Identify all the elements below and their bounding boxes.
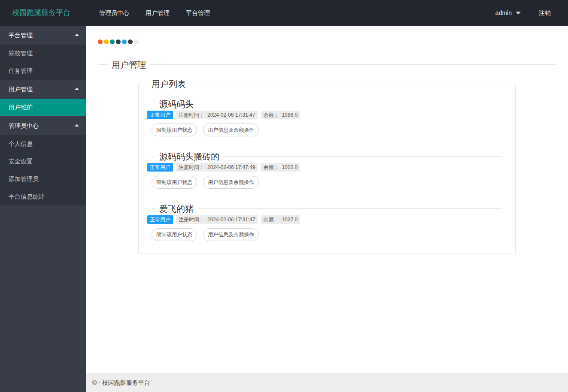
user-status-badge: 正常用户 <box>147 111 173 119</box>
user-info-balance-button[interactable]: 用户信息及余额操作 <box>203 176 259 189</box>
balance-value: 1086.0 <box>282 112 298 118</box>
restrict-user-button[interactable]: 限制该用户状态 <box>152 124 197 136</box>
page-title: 用户管理 <box>107 59 150 71</box>
user-balance-badge: 余额：1002.0 <box>261 163 300 172</box>
caret-down-icon <box>516 12 521 15</box>
user-action-row: 限制该用户状态 用户信息及余额操作 <box>152 124 502 136</box>
user-card: 源码码头搬砖的 正常用户 注册时间：2024-02-06 17:47:49 余额… <box>152 156 502 189</box>
palette-dot <box>104 39 109 44</box>
page-title-field: 用户管理 <box>99 64 555 65</box>
user-regtime-badge: 注册时间：2024-02-06 17:31:47 <box>176 215 258 224</box>
sidebar-section: 平台管理 院校管理任务管理 <box>0 26 86 80</box>
user-regtime-badge: 注册时间：2024-02-06 17:31:47 <box>176 111 258 119</box>
user-badge-row: 正常用户 注册时间：2024-02-06 17:31:47 余额：1037.0 <box>147 215 502 224</box>
palette-dot <box>116 39 121 44</box>
nav-item-admin-center[interactable]: 管理员中心 <box>91 0 137 26</box>
sidebar-item-security-settings[interactable]: 安全设置 <box>0 153 86 170</box>
user-info-balance-button[interactable]: 用户信息及余额操作 <box>203 124 259 136</box>
content-column: 用户管理 用户列表 源码码头 正常用户 注册时间：2024-02-06 17:3… <box>86 26 568 392</box>
sidebar-item-user-maintenance[interactable]: 用户维护 <box>0 99 86 116</box>
sidebar-section: 用户管理 用户维护 <box>0 80 86 116</box>
user-card-list: 源码码头 正常用户 注册时间：2024-02-06 17:31:47 余额：10… <box>147 104 507 241</box>
sidebar-item-school-mgmt[interactable]: 院校管理 <box>0 45 86 62</box>
restrict-user-button[interactable]: 限制该用户状态 <box>152 228 197 241</box>
top-nav-menu: 管理员中心用户管理平台管理 <box>91 0 218 26</box>
sidebar-header-label: 管理员中心 <box>9 122 39 129</box>
logout-link[interactable]: 注销 <box>533 0 557 26</box>
palette-dot <box>122 39 127 44</box>
palette-dot <box>110 39 115 44</box>
copyright-text: © - 校园跑腿服务平台 <box>92 379 150 386</box>
admin-user-dropdown[interactable]: admin <box>487 0 529 26</box>
regtime-label: 注册时间： <box>179 217 204 223</box>
regtime-value: 2024-02-06 17:31:47 <box>207 217 255 223</box>
main-content: 用户管理 用户列表 源码码头 正常用户 注册时间：2024-02-06 17:3… <box>86 26 568 373</box>
balance-label: 余额： <box>263 164 279 170</box>
regtime-label: 注册时间： <box>179 164 204 170</box>
sidebar-subgroup: 院校管理任务管理 <box>0 45 86 80</box>
user-card: 爱飞的猪 正常用户 注册时间：2024-02-06 17:31:47 余额：10… <box>152 208 502 241</box>
user-badge-row: 正常用户 注册时间：2024-02-06 17:47:49 余额：1002.0 <box>147 163 502 172</box>
sidebar-item-add-admin[interactable]: 添加管理员 <box>0 170 86 188</box>
sidebar-header-platform-mgmt[interactable]: 平台管理 <box>0 26 86 45</box>
palette-dot <box>98 39 103 44</box>
user-balance-badge: 余额：1037.0 <box>261 215 300 224</box>
user-status-badge: 正常用户 <box>147 215 173 224</box>
sidebar-subgroup: 用户维护 <box>0 99 86 116</box>
balance-value: 1037.0 <box>282 217 298 223</box>
user-name: 源码码头 <box>155 98 198 110</box>
balance-label: 余额： <box>263 112 279 118</box>
sidebar-header-user-mgmt[interactable]: 用户管理 <box>0 80 86 99</box>
sidebar-item-task-mgmt[interactable]: 任务管理 <box>0 62 86 80</box>
palette-dot <box>134 39 139 44</box>
nav-item-platform-mgmt[interactable]: 平台管理 <box>178 0 218 26</box>
brand-logo[interactable]: 校园跑腿服务平台 <box>0 0 86 26</box>
main-row: 平台管理 院校管理任务管理 用户管理 用户维护 管理员中心 个人信息安全设置添加… <box>0 26 568 392</box>
user-list-panel: 用户列表 源码码头 正常用户 注册时间：2024-02-06 17:31:47 … <box>138 84 516 253</box>
balance-label: 余额： <box>263 217 279 223</box>
caret-up-icon <box>75 33 79 36</box>
user-action-row: 限制该用户状态 用户信息及余额操作 <box>152 228 502 241</box>
regtime-value: 2024-02-06 17:47:49 <box>207 164 255 170</box>
caret-up-icon <box>75 124 79 127</box>
sidebar-item-personal-info[interactable]: 个人信息 <box>0 135 86 153</box>
user-status-badge: 正常用户 <box>147 163 173 172</box>
sidebar: 平台管理 院校管理任务管理 用户管理 用户维护 管理员中心 个人信息安全设置添加… <box>0 26 86 392</box>
sidebar-header-label: 平台管理 <box>9 32 33 39</box>
admin-username: admin <box>495 9 512 16</box>
user-name: 爱飞的猪 <box>155 203 198 215</box>
balance-value: 1002.0 <box>282 164 298 170</box>
sidebar-item-platform-stats[interactable]: 平台信息统计 <box>0 188 86 205</box>
user-name: 源码码头搬砖的 <box>155 151 224 163</box>
restrict-user-button[interactable]: 限制该用户状态 <box>152 176 197 189</box>
caret-up-icon <box>75 87 79 90</box>
user-card: 源码码头 正常用户 注册时间：2024-02-06 17:31:47 余额：10… <box>152 104 502 136</box>
sidebar-header-admin-center[interactable]: 管理员中心 <box>0 116 86 135</box>
page-footer: © - 校园跑腿服务平台 <box>86 373 568 392</box>
top-navbar: 校园跑腿服务平台 管理员中心用户管理平台管理 admin 注销 <box>0 0 568 26</box>
palette-dot <box>128 39 133 44</box>
regtime-label: 注册时间： <box>179 112 204 118</box>
sidebar-header-label: 用户管理 <box>9 86 33 93</box>
user-balance-badge: 余额：1086.0 <box>261 111 300 119</box>
regtime-value: 2024-02-06 17:31:47 <box>207 112 255 118</box>
navbar-right: admin 注销 <box>487 0 568 26</box>
user-badge-row: 正常用户 注册时间：2024-02-06 17:31:47 余额：1086.0 <box>147 111 502 119</box>
sidebar-section: 管理员中心 个人信息安全设置添加管理员平台信息统计 <box>0 116 86 205</box>
user-info-balance-button[interactable]: 用户信息及余额操作 <box>203 228 259 241</box>
user-regtime-badge: 注册时间：2024-02-06 17:47:49 <box>176 163 258 172</box>
sidebar-subgroup: 个人信息安全设置添加管理员平台信息统计 <box>0 135 86 205</box>
user-action-row: 限制该用户状态 用户信息及余额操作 <box>152 176 502 189</box>
palette-dots <box>98 39 568 44</box>
nav-item-user-mgmt[interactable]: 用户管理 <box>137 0 178 26</box>
panel-title: 用户列表 <box>147 78 190 90</box>
